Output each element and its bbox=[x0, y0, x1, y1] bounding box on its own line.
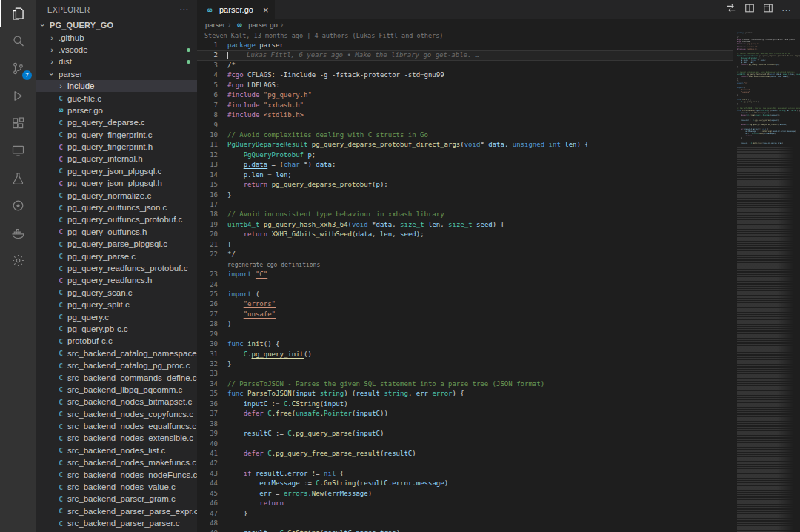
tree-item-pg_query.pb-c.c[interactable]: Cpg_query.pb-c.c bbox=[36, 323, 197, 335]
code-line-39[interactable]: 39 resultC := C.pg_query_parse(inputC) bbox=[197, 429, 733, 439]
breadcrumb-item-folder[interactable]: parser bbox=[205, 21, 225, 29]
code-line-41[interactable]: 41 defer C.pg_query_free_parse_result(re… bbox=[197, 449, 733, 459]
split-editor-icon[interactable] bbox=[744, 3, 755, 16]
tree-item-src_backend_parser_parse_expr.c[interactable]: Csrc_backend_parser_parse_expr.c bbox=[36, 505, 197, 517]
more-actions-icon[interactable]: ⋯ bbox=[781, 4, 791, 16]
code-line-35[interactable]: 35func ParseToJSON(input string) (result… bbox=[197, 389, 733, 399]
docker-icon[interactable] bbox=[0, 219, 36, 247]
code-area[interactable]: Steven Kalt, 13 months ago | 4 authors (… bbox=[197, 30, 733, 532]
close-icon[interactable]: × bbox=[263, 5, 269, 15]
code-line-2[interactable]: 2Lukas Fittl, 6 years ago • Make the lib… bbox=[197, 50, 733, 60]
code-line-46[interactable]: 46 return bbox=[197, 499, 733, 508]
tree-item-src_backend_libpq_pqcomm.c[interactable]: Csrc_backend_libpq_pqcomm.c bbox=[36, 384, 197, 396]
code-line-31[interactable]: 31 C.pg_query_init() bbox=[197, 350, 733, 359]
code-line-4[interactable]: 4#cgo CFLAGS: -Iinclude -g -fstack-prote… bbox=[197, 70, 733, 80]
tree-item-pg_query_normalize.c[interactable]: Cpg_query_normalize.c bbox=[36, 189, 197, 201]
code-line-19[interactable]: 19uint64_t pg_query_hash_xxh3_64(void *d… bbox=[197, 220, 733, 230]
tree-item-pg_query_readfuncs_protobuf.c[interactable]: Cpg_query_readfuncs_protobuf.c bbox=[36, 262, 197, 274]
code-line-10[interactable]: 10// Avoid complexities dealing with C s… bbox=[197, 130, 733, 140]
tree-item-include[interactable]: ›include bbox=[36, 80, 197, 92]
extensions-icon[interactable] bbox=[0, 110, 36, 137]
tree-item-.vscode[interactable]: ›.vscode bbox=[36, 44, 197, 56]
code-line-25[interactable]: 25import ( bbox=[197, 290, 733, 299]
code-line-17[interactable]: 17 bbox=[197, 200, 733, 210]
tree-item-dist[interactable]: ›dist bbox=[36, 56, 197, 67]
code-line-26[interactable]: 26 "errors" bbox=[197, 299, 733, 309]
code-line-13[interactable]: 13 p.data = (char *) data; bbox=[197, 160, 733, 170]
code-line-44[interactable]: 44 errMessage := C.GoString(resultC.erro… bbox=[197, 479, 733, 488]
breadcrumb-item-symbol[interactable]: … bbox=[286, 21, 293, 29]
code-line-43[interactable]: 43 if resultC.error != nil { bbox=[197, 469, 733, 479]
tree-item-guc-file.c[interactable]: Cguc-file.c bbox=[36, 92, 197, 104]
codelens-action[interactable]: regenerate cgo definitions bbox=[227, 260, 320, 270]
code-line-12[interactable]: 12 PgQueryProtobuf p; bbox=[197, 150, 733, 160]
minimap[interactable]: package parser/*#cgo CFLAGS: -Iinclude -… bbox=[733, 30, 800, 532]
open-changes-icon[interactable] bbox=[726, 3, 736, 16]
tree-item-pg_query_internal.h[interactable]: Cpg_query_internal.h bbox=[36, 153, 197, 164]
tree-item-src_backend_nodes_extensible.c[interactable]: Csrc_backend_nodes_extensible.c bbox=[36, 432, 197, 444]
tab-parser-go[interactable]: GO parser.go × bbox=[197, 0, 275, 19]
tree-item-src_backend_nodes_nodeFuncs.c[interactable]: Csrc_backend_nodes_nodeFuncs.c bbox=[36, 468, 197, 480]
tree-item-pg_query_split.c[interactable]: Cpg_query_split.c bbox=[36, 299, 197, 310]
tree-item-src_backend_nodes_copyfuncs.c[interactable]: Csrc_backend_nodes_copyfuncs.c bbox=[36, 408, 197, 420]
code-line-7[interactable]: 7#include "xxhash.h" bbox=[197, 101, 733, 110]
tree-item-protobuf-c.c[interactable]: Cprotobuf-c.c bbox=[36, 335, 197, 347]
code-line-16[interactable]: 16} bbox=[197, 190, 733, 200]
tree-item-pg_query_deparse.c[interactable]: Cpg_query_deparse.c bbox=[36, 116, 197, 128]
source-control-icon[interactable]: 7 bbox=[0, 55, 36, 82]
code-line-28[interactable]: 28) bbox=[197, 319, 733, 329]
tree-item-pg_query_scan.c[interactable]: Cpg_query_scan.c bbox=[36, 287, 197, 299]
search-icon[interactable] bbox=[0, 27, 36, 55]
code-line-1[interactable]: 1package parser bbox=[197, 41, 733, 50]
tree-item-PG_QUERY_GO[interactable]: ›PG_QUERY_GO bbox=[36, 19, 197, 31]
tree-item-pg_query_outfuncs_json.c[interactable]: Cpg_query_outfuncs_json.c bbox=[36, 202, 197, 213]
code-line-38[interactable]: 38 bbox=[197, 419, 733, 429]
code-line-11[interactable]: 11PgQueryDeparseResult pg_query_deparse_… bbox=[197, 140, 733, 150]
tree-item-pg_query_fingerprint.h[interactable]: Cpg_query_fingerprint.h bbox=[36, 141, 197, 153]
tree-item-src_backend_parser_gram.c[interactable]: Csrc_backend_parser_gram.c bbox=[36, 493, 197, 505]
code-line-36[interactable]: 36 inputC := C.CString(input) bbox=[197, 399, 733, 409]
code-line-42[interactable]: 42 bbox=[197, 459, 733, 468]
tree-item-parser.go[interactable]: GOparser.go bbox=[36, 104, 197, 116]
tree-item-.github[interactable]: ›.github bbox=[36, 31, 197, 43]
explorer-icon[interactable] bbox=[0, 0, 36, 27]
code-line-48[interactable]: 48 bbox=[197, 519, 733, 528]
tree-item-src_backend_catalog_namespace.c[interactable]: Csrc_backend_catalog_namespace.c bbox=[36, 348, 197, 359]
code-line-21[interactable]: 21} bbox=[197, 240, 733, 250]
code-line-27[interactable]: 27 "unsafe" bbox=[197, 310, 733, 319]
tree-item-pg_query.c[interactable]: Cpg_query.c bbox=[36, 310, 197, 322]
tree-item-src_backend_nodes_makefuncs.c[interactable]: Csrc_backend_nodes_makefuncs.c bbox=[36, 456, 197, 468]
code-line-6[interactable]: 6#include "pg_query.h" bbox=[197, 90, 733, 100]
tree-item-pg_query_fingerprint.c[interactable]: Cpg_query_fingerprint.c bbox=[36, 129, 197, 141]
code-line-23[interactable]: 23import "C" bbox=[197, 270, 733, 279]
code-line-14[interactable]: 14 p.len = len; bbox=[197, 170, 733, 180]
tree-item-pg_query_json_plpgsql.c[interactable]: Cpg_query_json_plpgsql.c bbox=[36, 165, 197, 177]
tree-item-src_backend_parser_parser.c[interactable]: Csrc_backend_parser_parser.c bbox=[36, 517, 197, 529]
code-line-20[interactable]: 20 return XXH3_64bits_withSeed(data, len… bbox=[197, 230, 733, 239]
code-line-37[interactable]: 37 defer C.free(unsafe.Pointer(inputC)) bbox=[197, 409, 733, 419]
code-line-34[interactable]: 34// ParseToJSON - Parses the given SQL … bbox=[197, 379, 733, 389]
run-debug-icon[interactable] bbox=[0, 82, 36, 110]
tree-item-pg_query_json_plpgsql.h[interactable]: Cpg_query_json_plpgsql.h bbox=[36, 177, 197, 189]
tree-item-pg_query_readfuncs.h[interactable]: Cpg_query_readfuncs.h bbox=[36, 274, 197, 286]
layout-icon[interactable] bbox=[763, 3, 773, 16]
circle-dot-icon[interactable] bbox=[0, 192, 36, 219]
remote-explorer-icon[interactable] bbox=[0, 137, 36, 164]
more-actions-icon[interactable]: ⋯ bbox=[179, 4, 188, 15]
code-line-22[interactable]: 22*/ bbox=[197, 250, 733, 259]
testing-beaker-icon[interactable] bbox=[0, 164, 36, 192]
code-line-24[interactable]: 24 bbox=[197, 280, 733, 290]
code-line-30[interactable]: 30func init() { bbox=[197, 339, 733, 349]
code-line-29[interactable]: 29 bbox=[197, 330, 733, 339]
code-line-45[interactable]: 45 err = errors.New(errMessage) bbox=[197, 489, 733, 499]
breadcrumb-item-file[interactable]: parser.go bbox=[248, 21, 278, 29]
tree-item-src_backend_nodes_equalfuncs.c[interactable]: Csrc_backend_nodes_equalfuncs.c bbox=[36, 420, 197, 432]
tree-item-src_backend_nodes_list.c[interactable]: Csrc_backend_nodes_list.c bbox=[36, 445, 197, 456]
tree-item-src_backend_nodes_bitmapset.c[interactable]: Csrc_backend_nodes_bitmapset.c bbox=[36, 396, 197, 408]
code-line-18[interactable]: 18// Avoid inconsistent type behaviour i… bbox=[197, 210, 733, 219]
tree-item-src_backend_catalog_pg_proc.c[interactable]: Csrc_backend_catalog_pg_proc.c bbox=[36, 359, 197, 371]
code-line-15[interactable]: 15 return pg_query_deparse_protobuf(p); bbox=[197, 180, 733, 190]
tree-item-pg_query_parse_plpgsql.c[interactable]: Cpg_query_parse_plpgsql.c bbox=[36, 238, 197, 250]
code-line-49[interactable]: 49 result = C.GoString(resultC.parse_tre… bbox=[197, 528, 733, 532]
code-line-5[interactable]: 5#cgo LDFLAGS: bbox=[197, 81, 733, 90]
